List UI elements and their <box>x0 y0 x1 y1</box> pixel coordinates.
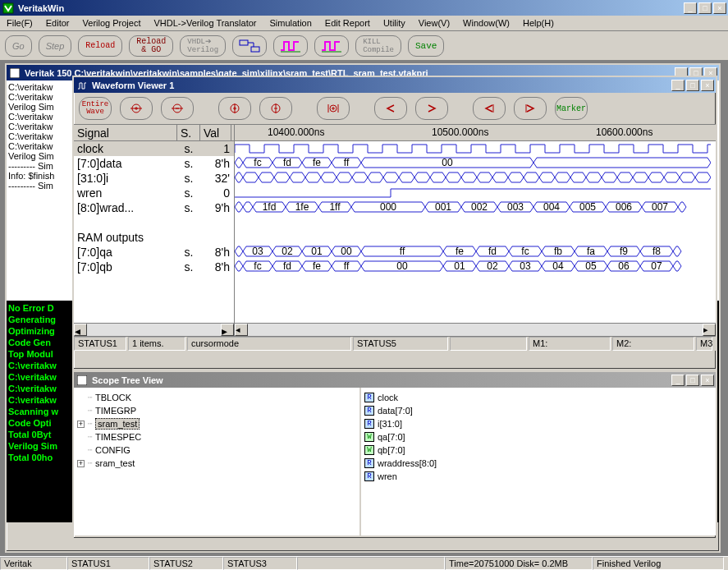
col-s[interactable]: S. <box>177 125 200 140</box>
col-val[interactable]: Val <box>200 125 231 140</box>
close-button[interactable]: × <box>713 2 726 14</box>
svg-text:02: 02 <box>282 246 293 257</box>
marker-button[interactable]: Marker <box>555 97 588 120</box>
waveform-window: Waveform Viewer 1 _ □ × Entire Wave Mark… <box>72 76 717 370</box>
svg-text:03: 03 <box>252 246 263 257</box>
vhdl-verilog-button[interactable]: VHDL➔ Verilog <box>180 35 226 57</box>
wave-canvas[interactable]: 10400.000ns10500.000ns10600.000ns fcfdfe… <box>235 125 716 336</box>
signal-item[interactable]: Ri[31:0] <box>364 417 712 430</box>
zoom-fit-button[interactable] <box>317 97 350 120</box>
status-cell: Veritak <box>0 557 67 570</box>
prev-edge-button[interactable] <box>374 97 407 120</box>
zoom-out-h-button[interactable] <box>161 97 194 120</box>
signal-row[interactable]: wrens.0 <box>74 186 234 200</box>
col-signal[interactable]: Signal <box>74 125 177 140</box>
svg-text:00: 00 <box>396 260 408 272</box>
svg-text:ff: ff <box>344 260 350 272</box>
scope-minimize-button[interactable]: _ <box>671 375 685 386</box>
maximize-button[interactable]: □ <box>698 2 712 14</box>
wave-green-button[interactable] <box>314 35 349 57</box>
time-tick: 10500.000ns <box>432 126 488 138</box>
wave-m1: M1: <box>529 337 611 351</box>
wave-scrollbar[interactable]: ◂▸ <box>235 323 716 336</box>
signal-item[interactable]: Wqb[7:0] <box>364 444 712 457</box>
svg-text:fe: fe <box>313 260 321 272</box>
tree-item[interactable]: ┈TBLOCK <box>77 391 356 404</box>
signal-row[interactable]: RAM outputs <box>74 230 234 245</box>
svg-text:02: 02 <box>487 260 498 272</box>
go-button[interactable]: Go <box>5 35 32 57</box>
svg-text:1ff: 1ff <box>329 201 341 213</box>
signal-item[interactable]: Rwraddress[8:0] <box>364 457 712 470</box>
status-cell: Time=20751000 Disk= 0.2MB <box>445 557 593 570</box>
status-cell <box>297 557 445 570</box>
minimize-button[interactable]: _ <box>684 2 697 14</box>
signal-item[interactable]: Rclock <box>364 391 712 404</box>
signal-item[interactable]: Wqa[7:0] <box>364 430 712 444</box>
wave-status1: STATUS1 <box>74 337 126 351</box>
tree-item[interactable]: ┈TIMESPEC <box>77 430 356 444</box>
signal-row[interactable]: [7:0]qbs.8'h <box>74 260 234 274</box>
app-title: VeritakWin <box>18 3 684 13</box>
svg-text:005: 005 <box>579 201 596 213</box>
menu-windoww[interactable]: Window(W) <box>460 16 513 30</box>
signal-item[interactable]: Rdata[7:0] <box>364 404 712 417</box>
wave-title: Waveform Viewer 1 <box>92 80 671 90</box>
wave-minimize-button[interactable]: _ <box>671 80 685 91</box>
wave-icon <box>76 79 89 92</box>
svg-text:fa: fa <box>587 246 595 257</box>
status-cell: STATUS1 <box>67 557 149 570</box>
scope-maximize-button[interactable]: □ <box>686 375 699 386</box>
wave-red-button[interactable] <box>273 35 308 57</box>
signal-row[interactable]: [8:0]wrad...s.9'h <box>74 200 234 215</box>
svg-text:004: 004 <box>543 201 560 213</box>
menu-vhdlverilogtranslator[interactable]: VHDL->Verilog Translator <box>150 16 259 30</box>
svg-rect-1 <box>240 40 248 45</box>
menu-verilogproject[interactable]: Verilog Project <box>80 16 144 30</box>
wave-maximize-button[interactable]: □ <box>686 80 699 91</box>
save-button[interactable]: Save <box>408 35 444 57</box>
signal-row[interactable]: [7:0]datas.8'h <box>74 156 234 171</box>
wave-empty <box>450 337 527 351</box>
wave-close-button[interactable]: × <box>701 80 714 91</box>
menu-simulation[interactable]: Simulation <box>267 16 315 30</box>
svg-text:01: 01 <box>454 260 465 272</box>
svg-text:ff: ff <box>400 246 405 257</box>
next-cursor-button[interactable] <box>514 97 547 120</box>
next-edge-button[interactable] <box>415 97 448 120</box>
kill-compile-button[interactable]: KILL Compile <box>355 35 401 57</box>
svg-rect-49 <box>77 375 87 385</box>
zoom-out-v-button[interactable] <box>259 97 292 120</box>
menu-helph[interactable]: Help(H) <box>520 16 557 30</box>
svg-text:fb: fb <box>554 246 562 257</box>
svg-text:04: 04 <box>552 260 564 272</box>
menu-filef[interactable]: File(F) <box>3 16 36 30</box>
svg-text:fc: fc <box>521 246 529 257</box>
menu-editreport[interactable]: Edit Report <box>322 16 373 30</box>
tree-item[interactable]: ┈CONFIG <box>77 444 356 457</box>
menu-viewv[interactable]: View(V) <box>415 16 453 30</box>
svg-text:003: 003 <box>507 201 524 213</box>
tree-item[interactable]: ┈TIMEGRP <box>77 404 356 417</box>
tree-item[interactable]: +┈sram_test <box>77 457 356 470</box>
prev-cursor-button[interactable] <box>473 97 506 120</box>
reload-button[interactable]: Reload <box>78 35 122 57</box>
entire-wave-button[interactable]: Entire Wave <box>79 97 112 120</box>
signal-row[interactable]: [7:0]qas.8'h <box>74 245 234 260</box>
zoom-in-h-button[interactable] <box>120 97 153 120</box>
step-button[interactable]: Step <box>39 35 72 57</box>
status-cell: STATUS2 <box>149 557 223 570</box>
signal-item[interactable]: Rwren <box>364 470 712 483</box>
signal-row[interactable]: [31:0]is.32' <box>74 171 234 186</box>
menu-editor[interactable]: Editor <box>43 16 73 30</box>
zoom-in-v-button[interactable] <box>218 97 251 120</box>
signal-row[interactable]: clocks.1 <box>74 141 234 156</box>
sig-scrollbar[interactable]: ◂▸ <box>74 323 234 336</box>
block-diagram-button[interactable] <box>232 35 267 57</box>
signal-panel: Signal S. Val clocks.1[7:0]datas.8'h[31:… <box>74 125 235 336</box>
reload-go-button[interactable]: Reload & GO <box>129 35 173 57</box>
scope-close-button[interactable]: × <box>701 375 714 386</box>
tree-item[interactable]: +┈sram_test <box>77 417 356 430</box>
menu-utility[interactable]: Utility <box>380 16 409 30</box>
signal-row[interactable] <box>74 215 234 230</box>
